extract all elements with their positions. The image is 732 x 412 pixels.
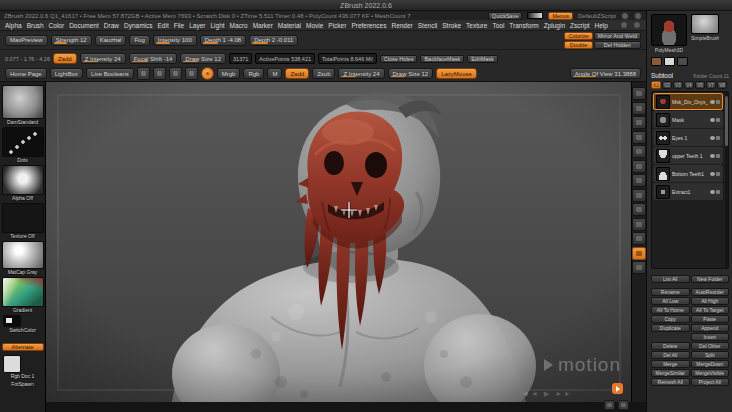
zadd-button[interactable]: Zadd (53, 53, 77, 64)
paste-button[interactable]: Paste (691, 315, 730, 323)
alternate-button[interactable]: Alternate (2, 343, 44, 351)
menu-color[interactable]: Color (49, 22, 65, 29)
transp-icon[interactable] (632, 218, 646, 231)
menu-macro[interactable]: Macro (230, 22, 248, 29)
bpr-icon[interactable] (632, 87, 646, 100)
zsub-button[interactable]: Zsub (312, 68, 335, 79)
merge-down-button[interactable]: MergeDown (691, 360, 730, 368)
copy-button[interactable]: Copy (651, 315, 690, 323)
del-hidden-button[interactable]: Del Hidden (594, 41, 641, 49)
subtool-vis-button-7[interactable]: V8 (717, 81, 727, 89)
draw-size-slider-2[interactable]: Draw Size 12 (388, 68, 434, 79)
list-all-button[interactable]: List All (651, 275, 690, 283)
alpha-selector[interactable]: Alpha Off (2, 165, 44, 201)
mini-swatch-color[interactable] (651, 57, 662, 66)
subtool-vis-button-4[interactable]: V4 (684, 81, 694, 89)
subtool-item[interactable]: Eyes 1 (653, 129, 723, 146)
aa-half-icon[interactable] (632, 145, 646, 158)
polypaint-brush-icon[interactable] (716, 136, 720, 140)
brush-selector[interactable]: DamStandard (2, 85, 44, 125)
switch-color[interactable]: SwitchColor (2, 315, 44, 333)
orbit-icon[interactable] (618, 400, 629, 410)
menu-document[interactable]: Document (69, 22, 99, 29)
menu-draw[interactable]: Draw (104, 22, 119, 29)
duplicate-button[interactable]: Duplicate (651, 324, 690, 332)
scale-icon[interactable] (169, 67, 182, 80)
polypaint-brush-icon[interactable] (716, 154, 720, 158)
zoom-icon[interactable] (632, 116, 646, 129)
all-low-button[interactable]: All Low (651, 297, 690, 305)
quicksave-button[interactable]: QuickSave (488, 12, 523, 20)
visibility-eye-icon[interactable] (710, 100, 715, 104)
close-holes-button[interactable]: Close Holes (380, 55, 418, 63)
home-page-button[interactable]: Home Page (5, 68, 47, 79)
menu-zplugin[interactable]: Zplugin (544, 22, 565, 29)
menu-zscript[interactable]: Zscript (570, 22, 590, 29)
polypaint-brush-icon[interactable] (716, 190, 720, 194)
visibility-eye-icon[interactable] (710, 154, 715, 158)
persp-icon[interactable] (632, 160, 646, 173)
menu-alpha[interactable]: Alpha (5, 22, 22, 29)
rotate-icon[interactable] (185, 67, 198, 80)
menu-material[interactable]: Material (278, 22, 301, 29)
menu-marker[interactable]: Marker (253, 22, 273, 29)
menu-stroke[interactable]: Stroke (442, 22, 461, 29)
user-icon[interactable] (633, 21, 641, 29)
menu-edit[interactable]: Edit (158, 22, 169, 29)
intensity-slider[interactable]: Intensity 100 (153, 35, 197, 46)
floor-icon[interactable] (632, 174, 646, 187)
subtool-item[interactable]: Extract1 (653, 183, 723, 200)
subtool-vis-button-5[interactable]: V5 (695, 81, 705, 89)
actual-size-icon[interactable] (632, 131, 646, 144)
subtool-vis-button-6[interactable]: V7 (706, 81, 716, 89)
mirror-and-weld-button[interactable]: Mirror And Weld (594, 32, 641, 40)
z-intensity-slider[interactable]: Z Intensity 24 (80, 53, 126, 64)
m-button[interactable]: M (267, 68, 282, 79)
all-to-home-button[interactable]: All To Home (651, 306, 690, 314)
menu-movie[interactable]: Movie (306, 22, 323, 29)
spawn-item[interactable]: FotSpawn (2, 381, 44, 387)
menu-dynamics[interactable]: Dynamics (124, 22, 153, 29)
menu-transform[interactable]: Transform (509, 22, 538, 29)
merge-button[interactable]: Merge (651, 360, 690, 368)
local-icon[interactable] (632, 189, 646, 202)
z-intensity-slider-2[interactable]: Z Intensity 24 (338, 68, 384, 79)
colorize-button[interactable]: Colorize (564, 32, 592, 40)
current-tool-thumbnail[interactable] (651, 14, 687, 46)
angle-of-view-slider[interactable]: Angle Of View 31.3888 (570, 68, 641, 79)
strength-slider[interactable]: Strength 12 (51, 35, 92, 46)
subtool-item[interactable]: Bottom Teeth1 (653, 165, 723, 182)
depth2-slider[interactable]: Depth 2 -0.011 (249, 35, 298, 46)
sculpt-3d-viewport[interactable]: motion ◄◄ ▶ ►► (46, 82, 631, 402)
rgb-button[interactable]: Rgb (243, 68, 264, 79)
customize-icon[interactable] (620, 21, 628, 29)
mini-swatch-texture[interactable] (677, 57, 688, 66)
menu-layer[interactable]: Layer (189, 22, 205, 29)
polypaint-brush-icon[interactable] (716, 118, 720, 122)
menu-preferences[interactable]: Preferences (351, 22, 386, 29)
del-other-button[interactable]: Del Other (691, 342, 730, 350)
double-button[interactable]: Double (564, 41, 592, 49)
all-high-button[interactable]: All High (691, 297, 730, 305)
move-icon[interactable] (153, 67, 166, 80)
zadd-button-2[interactable]: Zadd (285, 68, 309, 79)
delete-button[interactable]: Delete (651, 342, 690, 350)
menu-tool[interactable]: Tool (492, 22, 504, 29)
backface-mask-button[interactable]: BackfaceMask (420, 55, 464, 63)
menu-stencil[interactable]: Stencil (418, 22, 438, 29)
help-icon[interactable] (621, 12, 629, 20)
autoreorder-button[interactable]: AutoReorder (691, 288, 730, 296)
insert-button[interactable]: Insert (691, 333, 730, 341)
subtool-scrollbar-thumb[interactable] (725, 96, 728, 146)
texture-selector[interactable]: Texture Off (2, 203, 44, 239)
scroll-icon[interactable] (632, 102, 646, 115)
menu-help[interactable]: Help (595, 22, 608, 29)
lightbox-button[interactable]: LightBox (50, 68, 83, 79)
lsym-icon[interactable] (632, 203, 646, 216)
all-to-target-button[interactable]: All To Target (691, 306, 730, 314)
document-item[interactable]: Rgb Doc 1 (2, 355, 44, 379)
edit-mask-button[interactable]: EditMask (467, 55, 498, 63)
menu-brush[interactable]: Brush (27, 22, 44, 29)
active-brush-icon[interactable] (201, 67, 214, 80)
merge-similar-button[interactable]: MergeSimilar (651, 369, 690, 377)
